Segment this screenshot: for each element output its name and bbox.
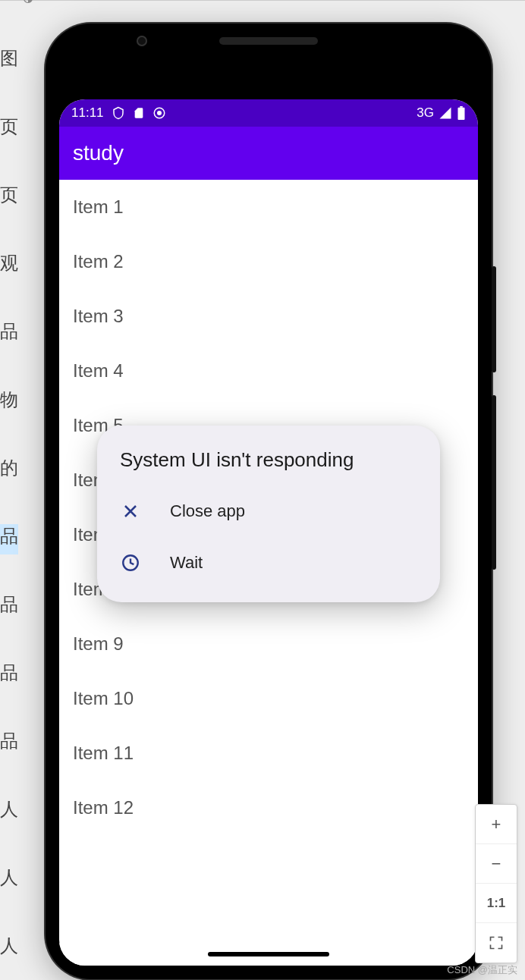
app-title: study	[73, 141, 124, 165]
list-item[interactable]: Item 2	[59, 234, 478, 289]
list-item-label: Item 7	[73, 524, 124, 545]
volume-button[interactable]	[492, 266, 496, 372]
debug-icon	[152, 106, 166, 120]
list-item-label: Item 9	[73, 633, 124, 654]
panel-item[interactable]: 品	[0, 592, 18, 623]
list-item[interactable]: Item 9	[59, 617, 478, 671]
sd-card-icon	[133, 106, 145, 120]
zoom-fit-button[interactable]	[476, 923, 517, 963]
list-item[interactable]: Item 10	[59, 671, 478, 726]
editor-background: ◑ 图 页 页 观 品 物 的 品 品 品 品 人 人 人 11:11	[0, 0, 525, 980]
panel-item[interactable]: 物	[0, 388, 18, 418]
list-item-label: Item 3	[73, 306, 124, 326]
watermark: CSDN @温正实	[447, 963, 517, 977]
list-item-label: Item 8	[73, 579, 124, 599]
signal-icon	[439, 106, 452, 120]
svg-point-1	[157, 112, 161, 115]
emulator-zoom-controls: + − 1:1	[475, 804, 517, 963]
panel-item[interactable]: 观	[0, 251, 18, 281]
list-item-label: Item 12	[73, 797, 134, 818]
device-camera	[137, 36, 147, 46]
list-item[interactable]: Item 12	[59, 781, 478, 835]
ide-toolbar: ◑	[0, 0, 525, 13]
list-item-label: Item 10	[73, 688, 134, 708]
list-item-label: Item 1	[73, 196, 124, 217]
panel-item[interactable]: 页	[0, 183, 18, 213]
panel-item[interactable]: 页	[0, 115, 18, 145]
panel-item[interactable]: 品	[0, 319, 18, 350]
network-label: 3G	[417, 105, 434, 121]
zoom-in-button[interactable]: +	[476, 805, 517, 844]
list-item[interactable]: Item 5	[59, 398, 478, 453]
panel-item[interactable]: 品	[0, 729, 18, 759]
zoom-out-button[interactable]: −	[476, 844, 517, 884]
list-item-label: Item 5	[73, 415, 124, 435]
panel-item[interactable]: 图	[0, 46, 18, 77]
list-item-label: Item 6	[73, 470, 124, 490]
list-item[interactable]: Item 8	[59, 562, 478, 617]
device-speaker	[219, 37, 318, 45]
fit-icon	[489, 935, 504, 950]
status-time: 11:11	[71, 105, 104, 121]
nav-gesture-pill[interactable]	[208, 952, 329, 956]
panel-item[interactable]: 品	[0, 661, 18, 691]
list-item[interactable]: Item 3	[59, 289, 478, 344]
list-item[interactable]: Item 1	[59, 180, 478, 234]
panel-item[interactable]: 人	[0, 934, 18, 964]
item-list[interactable]: Item 1 Item 2 Item 3 Item 4 Item 5 Item …	[59, 180, 478, 835]
zoom-actual-button[interactable]: 1:1	[476, 884, 517, 923]
list-item[interactable]: Item 11	[59, 726, 478, 781]
android-nav-bar[interactable]	[59, 943, 478, 966]
one-to-one-label: 1:1	[487, 896, 506, 911]
panel-item[interactable]: 人	[0, 865, 18, 896]
shield-icon	[112, 106, 125, 120]
minus-icon: −	[492, 854, 501, 874]
device-screen: 11:11 3G	[59, 99, 478, 966]
list-item[interactable]: Item 4	[59, 344, 478, 398]
svg-rect-3	[460, 106, 463, 108]
power-button[interactable]	[492, 395, 496, 570]
toolbar-icon[interactable]: ◑	[23, 0, 33, 13]
svg-rect-2	[458, 108, 465, 120]
plus-icon: +	[492, 815, 501, 834]
left-panel: 图 页 页 观 品 物 的 品 品 品 品 人 人 人	[0, 16, 18, 980]
panel-item[interactable]: 人	[0, 797, 18, 828]
app-bar: study	[59, 127, 478, 180]
list-item[interactable]: Item 7	[59, 507, 478, 562]
list-item-label: Item 4	[73, 360, 124, 381]
panel-item[interactable]: 的	[0, 456, 18, 486]
emulator-device-frame: 11:11 3G	[46, 24, 492, 979]
list-item-label: Item 2	[73, 251, 124, 272]
android-status-bar: 11:11 3G	[59, 99, 478, 127]
panel-item-selected[interactable]: 品	[0, 524, 18, 554]
list-item[interactable]: Item 6	[59, 453, 478, 507]
list-item-label: Item 11	[73, 743, 134, 763]
battery-icon	[457, 106, 466, 120]
